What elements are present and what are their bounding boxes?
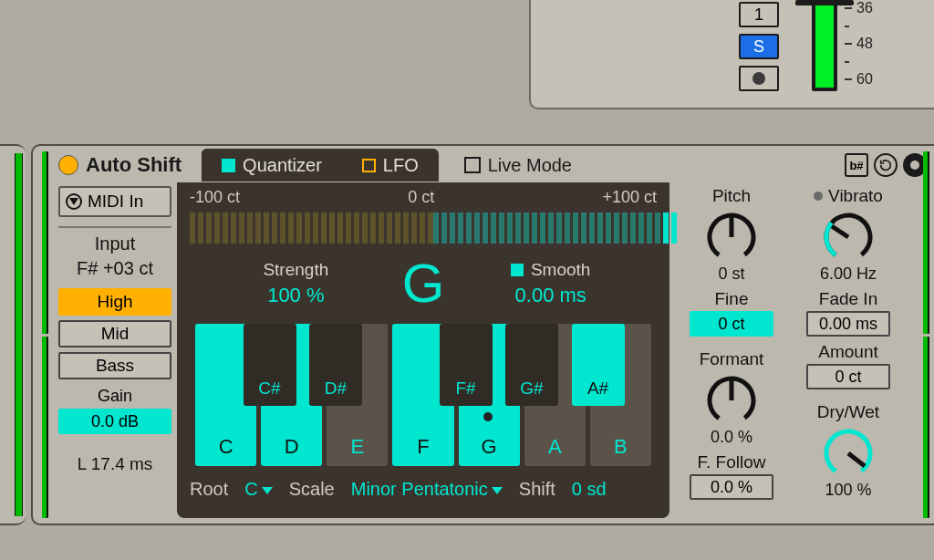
vibrato-label: Vibrato [814, 186, 883, 206]
black-key-Dsharp[interactable]: D# [309, 324, 362, 406]
range-bass[interactable]: Bass [58, 352, 171, 379]
cents-max: +100 ct [602, 188, 657, 207]
tab-indicator-icon [362, 159, 376, 172]
formant-knob[interactable] [704, 373, 759, 428]
scale-keyboard[interactable]: CDEFGAB C#D#F#G#A# [195, 324, 651, 466]
auto-shift-device: Auto Shift Quantizer LFO Live Mode b# [31, 144, 934, 525]
cents-min: -100 ct [190, 188, 240, 207]
pitch-knob[interactable] [704, 210, 759, 264]
cents-deviation-meter [190, 213, 657, 244]
shift-label: Shift [519, 479, 555, 500]
scale-label: Scale [289, 479, 335, 500]
strength-label: Strength [190, 260, 402, 280]
record-arm-button[interactable] [739, 66, 779, 91]
fine-value[interactable]: 0 ct [690, 311, 773, 337]
meter-scale: 36 . 48 . 60 [845, 2, 873, 96]
device-on-toggle[interactable] [58, 155, 78, 175]
live-mode-toggle[interactable]: Live Mode [464, 155, 572, 176]
pitch-value: 0 st [718, 264, 744, 284]
adjacent-device-edge [0, 144, 26, 525]
formant-label: Formant [700, 349, 764, 369]
amount-value[interactable]: 0 ct [806, 364, 890, 389]
vibrato-indicator-icon [814, 192, 823, 201]
flat-sharp-icon[interactable]: b# [845, 153, 868, 177]
input-meter-left [33, 146, 53, 524]
level-meter [812, 2, 837, 91]
gain-label: Gain [58, 387, 171, 406]
detected-pitch: F# +03 ct [58, 258, 171, 279]
black-key-Csharp[interactable]: C# [244, 324, 296, 406]
solo-button[interactable]: S [739, 34, 779, 59]
black-key-Asharp[interactable]: A# [572, 324, 625, 406]
vibrato-rate-knob[interactable] [821, 210, 876, 264]
drywet-value: 100 % [825, 481, 871, 500]
drywet-label: Dry/Wet [817, 402, 879, 422]
cents-mid: 0 ct [408, 188, 434, 207]
black-key-Gsharp[interactable]: G# [505, 324, 558, 406]
smooth-toggle-icon [511, 264, 524, 276]
formant-follow-label: F. Follow [698, 452, 766, 472]
tab-lfo[interactable]: LFO [342, 149, 439, 181]
detected-note-large: G [402, 256, 445, 311]
formant-value: 0.0 % [711, 428, 752, 447]
input-header: Input [58, 226, 171, 254]
amount-label: Amount [818, 342, 877, 362]
fade-in-label: Fade In [819, 289, 877, 309]
fine-label: Fine [715, 289, 749, 309]
shift-value[interactable]: 0 sd [572, 479, 607, 500]
mode-tabs: Quantizer LFO [202, 149, 439, 181]
root-label: Root [190, 479, 228, 500]
latency-readout: L 17.4 ms [58, 449, 171, 474]
gain-value[interactable]: 0.0 dB [58, 409, 171, 434]
refresh-icon[interactable] [874, 153, 898, 177]
pitch-label: Pitch [712, 186, 751, 206]
volume-slider-handle[interactable] [795, 0, 854, 5]
smooth-label[interactable]: Smooth [444, 260, 657, 280]
range-high[interactable]: High [58, 288, 171, 316]
mixer-fragment: 1 S 36 . 48 . 60 [529, 0, 934, 109]
live-mode-label: Live Mode [488, 155, 572, 176]
vibrato-rate-value: 6.00 Hz [820, 264, 877, 284]
fade-in-value[interactable]: 0.00 ms [806, 311, 890, 337]
root-selector[interactable]: C [244, 479, 272, 500]
output-meter-right [914, 151, 934, 518]
track-number-button[interactable]: 1 [739, 2, 779, 27]
device-title: Auto Shift [86, 153, 182, 177]
strength-value[interactable]: 100 % [190, 284, 402, 307]
checkbox-icon [464, 157, 481, 173]
midi-in-selector[interactable]: MIDI In [58, 186, 171, 217]
quantizer-panel: -100 ct 0 ct +100 ct Strength 100 % G Sm… [177, 182, 669, 518]
formant-follow-value[interactable]: 0.0 % [690, 474, 773, 500]
midi-in-label: MIDI In [88, 192, 143, 212]
svg-line-8 [848, 453, 865, 466]
smooth-value[interactable]: 0.00 ms [444, 284, 657, 307]
svg-line-6 [832, 226, 848, 237]
dropdown-icon [66, 193, 82, 210]
tab-indicator-icon [222, 159, 235, 172]
current-note-indicator [483, 412, 493, 421]
dropdown-icon [262, 487, 273, 494]
tab-quantizer-label: Quantizer [243, 155, 322, 176]
scale-selector[interactable]: Minor Pentatonic [351, 479, 503, 500]
black-key-Fsharp[interactable]: F# [440, 324, 493, 406]
range-mid[interactable]: Mid [58, 320, 171, 347]
tab-lfo-label: LFO [383, 155, 419, 176]
dropdown-icon [492, 487, 503, 494]
tab-quantizer[interactable]: Quantizer [202, 149, 342, 181]
drywet-knob[interactable] [821, 426, 876, 481]
